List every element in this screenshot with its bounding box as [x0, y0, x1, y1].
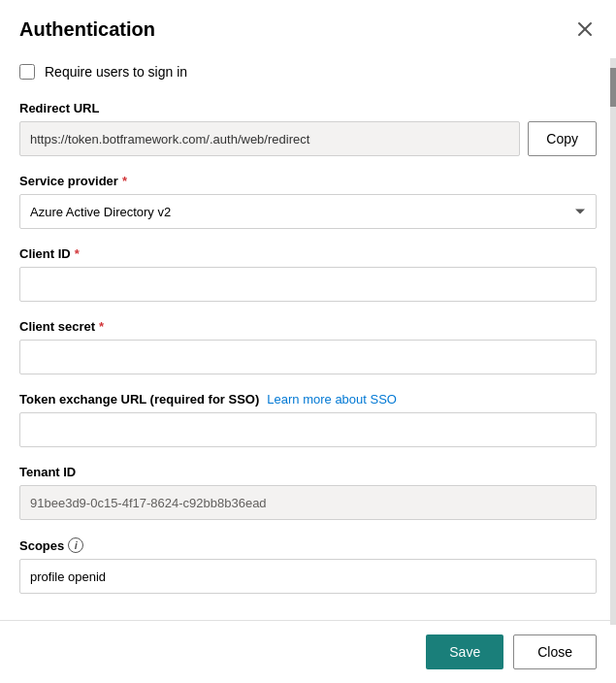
- tenant-id-label: Tenant ID: [19, 465, 597, 479]
- client-secret-group: Client secret *: [19, 319, 597, 374]
- service-provider-select[interactable]: Azure Active Directory v2 Google GitHub …: [19, 194, 597, 229]
- require-signin-row: Require users to sign in: [19, 64, 597, 80]
- tenant-id-label-text: Tenant ID: [19, 465, 76, 479]
- token-exchange-url-input[interactable]: [19, 412, 597, 447]
- scopes-label-text: Scopes: [19, 538, 64, 553]
- client-secret-input[interactable]: [19, 340, 597, 374]
- redirect-url-value: https://token.botframework.com/.auth/web…: [19, 121, 520, 156]
- client-secret-required: *: [99, 319, 104, 334]
- scopes-info-icon[interactable]: i: [68, 537, 83, 553]
- close-icon-button[interactable]: [573, 17, 597, 41]
- modal-title: Authentication: [19, 18, 155, 41]
- tenant-id-group: Tenant ID: [19, 465, 597, 520]
- learn-more-link[interactable]: Learn more about SSO: [267, 392, 397, 407]
- client-secret-label: Client secret *: [19, 319, 597, 334]
- tenant-id-input[interactable]: [19, 485, 597, 520]
- token-exchange-label-row: Token exchange URL (required for SSO) Le…: [19, 392, 597, 407]
- service-provider-required: *: [122, 174, 127, 188]
- scopes-group: Scopes i: [19, 537, 597, 594]
- redirect-url-group: Redirect URL https://token.botframework.…: [19, 101, 597, 156]
- client-id-required: *: [75, 246, 80, 261]
- modal-body: Require users to sign in Redirect URL ht…: [0, 54, 616, 620]
- authentication-modal: Authentication Require users to sign in …: [0, 0, 616, 683]
- token-exchange-url-label: Token exchange URL (required for SSO): [19, 392, 259, 407]
- require-signin-label: Require users to sign in: [45, 64, 187, 80]
- client-id-group: Client ID *: [19, 246, 597, 302]
- service-provider-label: Service provider *: [19, 174, 597, 188]
- scopes-input[interactable]: [19, 559, 597, 594]
- service-provider-group: Service provider * Azure Active Director…: [19, 174, 597, 229]
- scopes-label: Scopes i: [19, 537, 597, 553]
- require-signin-checkbox[interactable]: [19, 64, 35, 80]
- redirect-url-label-text: Redirect URL: [19, 101, 99, 115]
- close-button[interactable]: Close: [513, 634, 597, 669]
- service-provider-select-wrapper: Azure Active Directory v2 Google GitHub …: [19, 194, 597, 229]
- client-id-label-text: Client ID: [19, 246, 71, 261]
- client-id-label: Client ID *: [19, 246, 597, 261]
- scrollbar-thumb[interactable]: [610, 68, 616, 107]
- client-id-input[interactable]: [19, 267, 597, 302]
- modal-header: Authentication: [0, 0, 616, 54]
- modal-footer: Save Close: [0, 620, 616, 683]
- service-provider-label-text: Service provider: [19, 174, 118, 188]
- save-button[interactable]: Save: [426, 634, 503, 669]
- scrollbar-track[interactable]: [610, 58, 616, 625]
- client-secret-label-text: Client secret: [19, 319, 95, 334]
- redirect-url-label: Redirect URL: [19, 101, 597, 115]
- x-icon: [577, 21, 593, 37]
- copy-button[interactable]: Copy: [528, 121, 597, 156]
- redirect-url-row: https://token.botframework.com/.auth/web…: [19, 121, 597, 156]
- token-exchange-url-group: Token exchange URL (required for SSO) Le…: [19, 392, 597, 447]
